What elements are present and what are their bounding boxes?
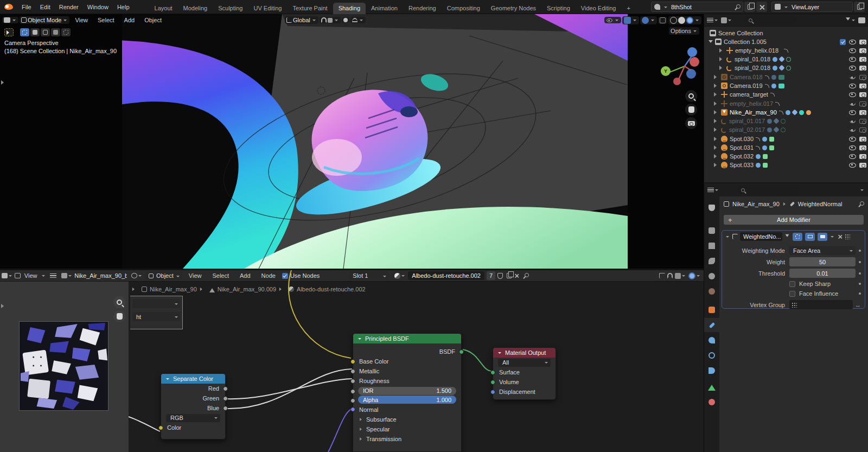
socket-volume[interactable]: Volume (493, 377, 556, 387)
display-editmode-toggle[interactable] (793, 233, 802, 241)
render-camera-toggle[interactable] (859, 48, 866, 53)
viewport-3d[interactable]: Object Mode View Select Add Object Globa… (0, 14, 704, 269)
image-menus-icon[interactable] (50, 273, 56, 278)
menu-render[interactable]: Render (55, 2, 83, 12)
scene-name[interactable]: 8thShot (671, 4, 732, 10)
outliner-filter-dropdown[interactable] (845, 17, 856, 23)
menu-edit[interactable]: Edit (36, 2, 55, 12)
material-slot-dropdown[interactable]: Slot 1 (349, 271, 389, 280)
output-target-dropdown[interactable]: All (498, 359, 551, 367)
panel-subsurface[interactable]: Subsurface (353, 415, 461, 424)
outliner-row-spiral-01-018[interactable]: spiral_01.018 (704, 55, 868, 63)
render-camera-toggle[interactable] (859, 84, 866, 88)
image-pan-button[interactable] (113, 310, 125, 322)
shader-editor[interactable]: Object View Select Add Node Use Nodes Sl… (129, 270, 704, 452)
render-camera-toggle[interactable] (859, 92, 866, 97)
unlink-material-button[interactable] (514, 273, 519, 278)
menu-window[interactable]: Window (83, 2, 113, 12)
image-editor-type-button[interactable] (2, 273, 13, 278)
hide-eye-toggle[interactable] (849, 75, 856, 79)
tab-compositing[interactable]: Compositing (442, 3, 486, 14)
render-camera-toggle[interactable] (859, 75, 866, 80)
shader-menu-node[interactable]: Node (257, 270, 280, 281)
hide-eye-toggle[interactable] (849, 145, 856, 150)
panel-specular[interactable]: Specular (353, 424, 461, 434)
tab-render[interactable] (704, 224, 719, 238)
shader-menu-select[interactable]: Select (208, 270, 233, 281)
tab-view-layer[interactable] (704, 254, 719, 268)
shader-menu-add[interactable]: Add (235, 270, 255, 281)
socket-blue[interactable]: Blue (161, 403, 225, 413)
outliner-row-spiral-02-018[interactable]: spiral_02.018 (704, 63, 868, 72)
render-camera-toggle[interactable] (859, 57, 866, 62)
scene-new-button[interactable] (744, 2, 755, 12)
outliner-row-spot-033[interactable]: Spot.033 (704, 161, 868, 169)
tab-geometry-nodes[interactable]: Geometry Nodes (486, 3, 541, 14)
tab-scene[interactable] (704, 269, 719, 283)
invert-vertex-group-button[interactable]: ↔ (855, 302, 861, 308)
socket-base-color[interactable]: Base Color (353, 356, 461, 366)
tab-world[interactable] (704, 284, 719, 298)
node-separate-color[interactable]: Separate Color Red Green Blue RGB Color (161, 373, 226, 440)
properties-editor-type-button[interactable] (707, 187, 719, 193)
shader-menu-view[interactable]: View (184, 270, 206, 281)
hide-eye-toggle[interactable] (849, 128, 856, 132)
face-influence-checkbox[interactable] (789, 291, 795, 297)
tab-output[interactable] (704, 239, 719, 253)
render-camera-toggle[interactable] (859, 145, 866, 150)
hide-eye-toggle[interactable] (849, 119, 856, 123)
select-extend-tool-button[interactable] (30, 28, 40, 36)
disclosure-icon[interactable] (719, 48, 724, 53)
render-camera-toggle[interactable] (859, 119, 866, 124)
tab-modeling[interactable]: Modeling (178, 3, 213, 14)
render-camera-toggle[interactable] (859, 154, 866, 159)
menu-help[interactable]: Help (113, 2, 134, 12)
tab-shading[interactable]: Shading (333, 3, 366, 14)
viewlayer-chevron[interactable] (784, 7, 788, 10)
display-render-toggle[interactable] (818, 233, 827, 241)
outliner-filter-type-dropdown[interactable] (721, 17, 732, 23)
viewport-menu-object[interactable]: Object (140, 15, 166, 26)
collapse-chevron[interactable] (726, 236, 729, 239)
outliner-row-spiral-01-017[interactable]: spiral_01.017 (704, 117, 868, 125)
shading-wireframe-icon[interactable] (670, 17, 677, 24)
hide-eye-toggle[interactable] (849, 66, 856, 71)
tab-modifiers[interactable] (704, 318, 719, 332)
node-material-output-header[interactable]: Material Output (493, 348, 556, 358)
blender-logo-icon[interactable] (4, 4, 13, 10)
scene-browse-chevron[interactable] (664, 7, 667, 10)
outliner-row-spot-031[interactable]: Spot.031 (704, 143, 868, 152)
animate-dot[interactable] (859, 283, 861, 285)
breadcrumb-object[interactable]: Nike_Air_max_90 (732, 201, 780, 207)
hide-eye-toggle[interactable] (849, 110, 856, 115)
texture-preview-image[interactable] (19, 321, 108, 411)
shader-type-dropdown[interactable]: Object (145, 271, 182, 280)
viewlayer-new-button[interactable] (854, 2, 865, 12)
falloff-dropdown[interactable] (350, 17, 366, 23)
node-material-output[interactable]: Material Output All Surface Volume Displ… (493, 347, 556, 400)
keep-sharp-checkbox[interactable] (789, 281, 795, 287)
new-collection-button[interactable] (858, 17, 865, 23)
tab-particles[interactable] (704, 333, 719, 347)
outliner-row-camera-018[interactable]: Camera.018 (704, 73, 868, 81)
select-intersect-tool-button[interactable] (61, 28, 71, 36)
breadcrumb-material[interactable]: Nike_Air_max_90.009 (218, 286, 276, 292)
outliner-search-input[interactable] (745, 16, 796, 24)
animate-dot[interactable] (859, 250, 861, 252)
viewlayer-selector[interactable]: ViewLayer (771, 2, 853, 12)
animate-dot[interactable] (859, 261, 861, 263)
hide-eye-toggle[interactable] (849, 137, 856, 142)
material-users-count-button[interactable]: 7 (487, 271, 495, 280)
viewport-options-button[interactable]: Options (669, 27, 699, 35)
scene-unlink-button[interactable] (756, 2, 767, 12)
vertex-group-field[interactable] (789, 300, 853, 309)
scene-selector[interactable]: 8thShot (651, 2, 743, 12)
display-realtime-toggle[interactable] (805, 233, 815, 241)
render-camera-toggle[interactable] (859, 66, 866, 71)
render-camera-toggle[interactable] (859, 163, 866, 168)
add-modifier-button[interactable]: + Add Modifier (724, 215, 864, 225)
edit-mode-display-icon[interactable] (786, 234, 789, 239)
snap-magnet-icon[interactable] (667, 273, 673, 278)
socket-red[interactable]: Red (161, 384, 225, 393)
tab-sculpting[interactable]: Sculpting (213, 3, 248, 14)
